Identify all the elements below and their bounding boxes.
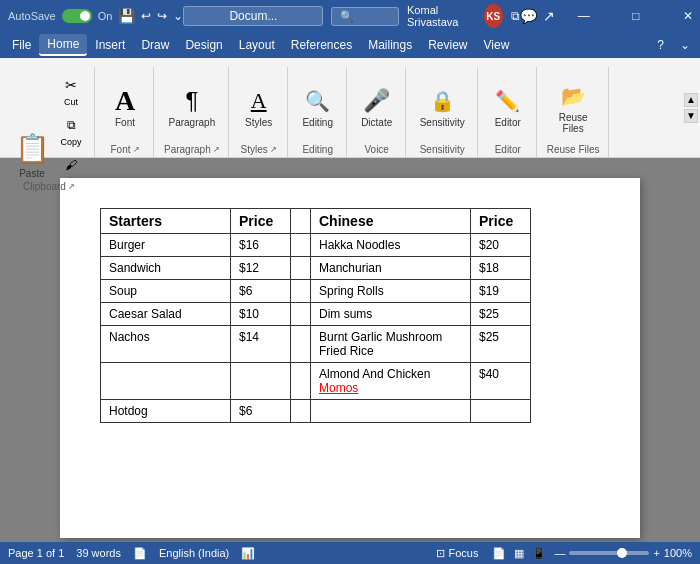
zoom-control: — + 100%: [554, 547, 692, 559]
menu-insert[interactable]: Insert: [87, 35, 133, 55]
reuse-files-group-label: Reuse Files: [547, 142, 600, 155]
menu-view[interactable]: View: [476, 35, 518, 55]
clipboard-expand-icon[interactable]: ↗: [68, 182, 75, 191]
ribbon-group-reuse-files: 📂 ReuseFiles Reuse Files: [539, 67, 609, 157]
focus-icon: ⊡: [436, 547, 445, 560]
font-group-label: Font ↗: [110, 142, 139, 155]
zoom-out-button[interactable]: —: [554, 547, 565, 559]
table-spacer: [291, 326, 311, 363]
table-row: Soup $6 Spring Rolls $19: [101, 280, 531, 303]
autosave-toggle[interactable]: [62, 9, 92, 23]
ribbon-group-editing: 🔍 Editing Editing: [290, 67, 347, 157]
page-info: Page 1 of 1: [8, 547, 64, 559]
chinese-item-2: Manchurian: [311, 257, 471, 280]
proofread-icon[interactable]: 📄: [133, 547, 147, 560]
window-icon[interactable]: ⧉: [511, 9, 520, 23]
view-icon-3[interactable]: 📱: [532, 547, 546, 560]
comment-icon[interactable]: 💬: [520, 8, 537, 24]
titlebar-center: 🔍 Komal Srivastava KS ⧉: [183, 4, 519, 28]
table-row: Nachos $14 Burnt Garlic MushroomFried Ri…: [101, 326, 531, 363]
ribbon-group-paragraph: ¶ Paragraph Paragraph ↗: [156, 67, 229, 157]
menu-home[interactable]: Home: [39, 34, 87, 56]
chinese-price-7: [471, 400, 531, 423]
sensitivity-button[interactable]: 🔒 Sensitivity: [416, 83, 469, 130]
starters-item-5: Nachos: [101, 326, 231, 363]
search-box[interactable]: 🔍: [331, 7, 399, 26]
menu-file[interactable]: File: [4, 35, 39, 55]
ribbon-group-font: A Font Font ↗: [97, 67, 154, 157]
font-icon: A: [109, 85, 141, 117]
editor-label: Editor: [495, 117, 521, 128]
close-button[interactable]: ✕: [665, 0, 700, 32]
font-expand-icon[interactable]: ↗: [133, 145, 140, 154]
ribbon-group-clipboard: 📋 Paste ✂ Cut ⧉ Copy 🖌 Clipboard: [4, 67, 95, 157]
format-painter-button[interactable]: 🖌: [56, 151, 86, 179]
chinese-item-3: Spring Rolls: [311, 280, 471, 303]
menu-references[interactable]: References: [283, 35, 360, 55]
maximize-button[interactable]: □: [613, 0, 659, 32]
zoom-slider[interactable]: [569, 551, 649, 555]
table-spacer: [291, 303, 311, 326]
save-icon[interactable]: 💾: [118, 8, 135, 24]
menu-mailings[interactable]: Mailings: [360, 35, 420, 55]
focus-button[interactable]: ⊡ Focus: [430, 546, 484, 561]
reuse-files-buttons: 📂 ReuseFiles: [553, 67, 593, 142]
editing-group-label: Editing: [302, 142, 333, 155]
styles-group-label: Styles ↗: [241, 142, 277, 155]
starters-price-2: $12: [231, 257, 291, 280]
titlebar-left: AutoSave On 💾 ↩ ↪ ⌄: [8, 8, 183, 24]
menu-review[interactable]: Review: [420, 35, 475, 55]
chinese-price-4: $25: [471, 303, 531, 326]
zoom-in-button[interactable]: +: [653, 547, 659, 559]
editing-icon: 🔍: [302, 85, 334, 117]
redo-icon[interactable]: ↪: [157, 9, 167, 23]
undo-icon[interactable]: ↩: [141, 9, 151, 23]
paste-button[interactable]: 📋: [12, 128, 52, 168]
ribbon-scroll-down[interactable]: ▼: [684, 109, 698, 123]
styles-expand-icon[interactable]: ↗: [270, 145, 277, 154]
view-icon-2[interactable]: ▦: [514, 547, 524, 560]
starters-price-3: $6: [231, 280, 291, 303]
copy-label: Copy: [60, 137, 81, 147]
ribbon: 📋 Paste ✂ Cut ⧉ Copy 🖌 Clipboard: [0, 58, 700, 158]
chinese-price-2: $18: [471, 257, 531, 280]
autosave-state: On: [98, 10, 113, 22]
editor-button[interactable]: ✏️ Editor: [488, 83, 528, 130]
dictate-button[interactable]: 🎤 Dictate: [357, 83, 397, 130]
table-row: Almond And ChickenMomos $40: [101, 363, 531, 400]
document-page[interactable]: Starters Price Chinese Price Burger $16 …: [60, 178, 640, 538]
reuse-files-button[interactable]: 📂 ReuseFiles: [553, 78, 593, 136]
cut-button[interactable]: ✂ Cut: [56, 71, 86, 109]
copy-button[interactable]: ⧉ Copy: [56, 111, 86, 149]
minimize-button[interactable]: —: [561, 0, 607, 32]
ribbon-group-styles: A Styles Styles ↗: [231, 67, 288, 157]
chinese-header: Chinese: [311, 209, 471, 234]
styles-button[interactable]: A Styles: [239, 83, 279, 130]
styles-buttons: A Styles: [239, 67, 279, 142]
menu-draw[interactable]: Draw: [133, 35, 177, 55]
ribbon-collapse-icon[interactable]: ⌄: [674, 36, 696, 54]
editing-button[interactable]: 🔍 Editing: [298, 83, 338, 130]
cut-icon: ✂: [59, 73, 83, 97]
document-title-input[interactable]: [183, 6, 323, 26]
language[interactable]: English (India): [159, 547, 229, 559]
cut-label: Cut: [64, 97, 78, 107]
ribbon-group-editor: ✏️ Editor Editor: [480, 67, 537, 157]
paragraph-expand-icon[interactable]: ↗: [213, 145, 220, 154]
track-changes-icon[interactable]: 📊: [241, 547, 255, 560]
ribbon-help-icon[interactable]: ?: [651, 36, 670, 54]
paragraph-button[interactable]: ¶ Paragraph: [165, 83, 220, 130]
zoom-thumb: [617, 548, 627, 558]
layout-view-icon[interactable]: 📄: [492, 547, 506, 560]
menu-layout[interactable]: Layout: [231, 35, 283, 55]
document-area: Starters Price Chinese Price Burger $16 …: [0, 158, 700, 542]
table-spacer: [291, 400, 311, 423]
ribbon-scroll-up[interactable]: ▲: [684, 93, 698, 107]
zoom-percent[interactable]: 100%: [664, 547, 692, 559]
customize-icon[interactable]: ⌄: [173, 9, 183, 23]
font-button[interactable]: A Font: [105, 83, 145, 130]
table-row: Caesar Salad $10 Dim sums $25: [101, 303, 531, 326]
user-avatar[interactable]: KS: [484, 4, 503, 28]
menu-design[interactable]: Design: [177, 35, 230, 55]
share-icon[interactable]: ↗: [543, 8, 555, 24]
